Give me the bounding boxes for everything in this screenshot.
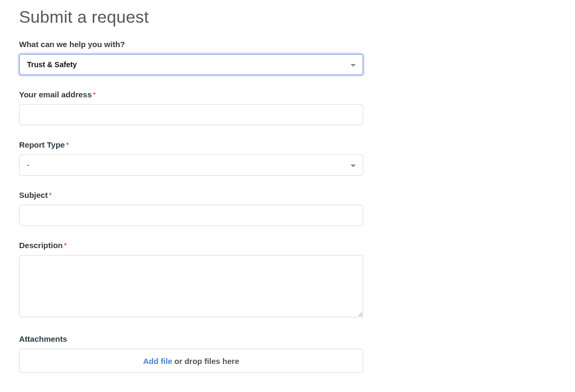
attachments-label-text: Attachments xyxy=(19,334,67,343)
report-type-label: Report Type* xyxy=(19,140,363,149)
description-textarea[interactable] xyxy=(19,255,363,317)
required-marker: * xyxy=(66,140,69,149)
help-topic-value: Trust & Safety xyxy=(27,60,77,69)
report-type-select-wrap: - xyxy=(19,154,363,176)
field-email: Your email address* xyxy=(19,90,363,125)
field-subject: Subject* xyxy=(19,190,363,226)
request-form: What can we help you with? Trust & Safet… xyxy=(19,40,363,373)
report-type-value: - xyxy=(27,161,30,169)
help-topic-label: What can we help you with? xyxy=(19,40,363,49)
required-marker: * xyxy=(49,190,52,199)
subject-input[interactable] xyxy=(19,205,363,226)
field-help-topic: What can we help you with? Trust & Safet… xyxy=(19,40,363,75)
help-topic-label-text: What can we help you with? xyxy=(19,40,125,49)
drop-files-text: or drop files here xyxy=(174,357,239,366)
page-title: Submit a request xyxy=(19,7,575,27)
field-description: Description* xyxy=(19,241,363,320)
subject-label: Subject* xyxy=(19,190,363,199)
add-file-link[interactable]: Add file xyxy=(143,357,172,366)
subject-label-text: Subject xyxy=(19,190,48,199)
help-topic-select-wrap: Trust & Safety xyxy=(19,54,363,75)
field-attachments: Attachments Add file or drop files here xyxy=(19,334,363,373)
description-label-text: Description xyxy=(19,241,63,250)
email-label: Your email address* xyxy=(19,90,363,99)
field-report-type: Report Type* - xyxy=(19,140,363,176)
report-type-label-text: Report Type xyxy=(19,140,65,149)
email-input[interactable] xyxy=(19,104,363,125)
required-marker: * xyxy=(93,90,96,99)
email-label-text: Your email address xyxy=(19,90,92,99)
required-marker: * xyxy=(64,241,67,250)
description-label: Description* xyxy=(19,241,363,250)
report-type-select[interactable]: - xyxy=(19,154,363,176)
help-topic-select[interactable]: Trust & Safety xyxy=(19,54,363,75)
attachments-dropzone[interactable]: Add file or drop files here xyxy=(19,349,363,373)
attachments-label: Attachments xyxy=(19,334,363,343)
